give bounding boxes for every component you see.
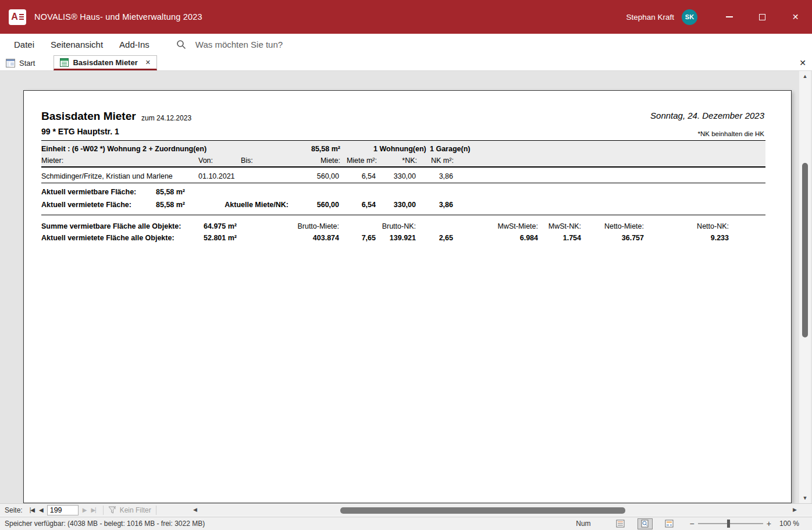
separator-line bbox=[41, 215, 765, 215]
ribbon-menubar: Datei Seitenansicht Add-Ins Was möchten … bbox=[0, 34, 812, 55]
tab-start-label: Start bbox=[19, 59, 35, 67]
col-nk-m2: NK m²: bbox=[431, 156, 454, 165]
aktuelle-miete: 560,00 bbox=[317, 201, 339, 209]
page-label: Seite: bbox=[5, 506, 23, 514]
vermietet-label: Aktuell vermietete Fläche: bbox=[41, 201, 131, 209]
search-icon bbox=[176, 40, 186, 49]
status-bar: Speicher verfügbar: (4038 MB - belegt: 1… bbox=[0, 517, 812, 530]
separator bbox=[156, 506, 156, 515]
tenant-miete: 560,00 bbox=[317, 172, 339, 180]
close-button[interactable]: ✕ bbox=[779, 0, 812, 34]
page-number-input[interactable] bbox=[47, 505, 79, 515]
property-heading: 99 * ETG Hauptstr. 1 bbox=[41, 127, 119, 136]
aktuelle-nk: 330,00 bbox=[394, 201, 416, 209]
col-miete-m2: Miete m²: bbox=[347, 156, 377, 165]
report-asof-date: zum 24.12.2023 bbox=[141, 114, 191, 122]
zoom-in-button[interactable]: + bbox=[767, 519, 771, 528]
summe-vermietet-value: 52.801 m² bbox=[204, 234, 237, 242]
brutto-miete-value: 403.874 bbox=[313, 234, 339, 242]
no-filter-button[interactable]: Kein Filter bbox=[108, 506, 151, 514]
statusbar-right: Num bbox=[576, 517, 812, 530]
col-von: Von: bbox=[198, 156, 213, 165]
separator bbox=[103, 506, 104, 515]
netto-miete-value: 36.757 bbox=[622, 234, 644, 242]
last-page-button[interactable]: ▶| bbox=[91, 507, 95, 513]
maximize-icon bbox=[759, 14, 765, 20]
menu-seitenansicht[interactable]: Seitenansicht bbox=[51, 40, 103, 49]
scroll-down-icon[interactable]: ▼ bbox=[799, 495, 811, 501]
report-print-date: Sonntag, 24. Dezember 2023 bbox=[650, 111, 764, 120]
report-page[interactable]: Basisdaten Mieter zum 24.12.2023 Sonntag… bbox=[23, 90, 792, 503]
netto-nk-value: 9.233 bbox=[711, 234, 729, 242]
app-window: A NOVALIS® Haus- und Mietverwaltung 2023… bbox=[0, 0, 812, 530]
app-icon-datasheet bbox=[19, 14, 24, 20]
print-preview-icon bbox=[640, 520, 649, 528]
tab-start[interactable]: Start bbox=[0, 55, 42, 70]
maximize-button[interactable] bbox=[746, 0, 779, 34]
close-preview-icon[interactable]: ✕ bbox=[799, 58, 806, 67]
vermietet-value: 85,58 m² bbox=[156, 201, 185, 209]
menu-datei[interactable]: Datei bbox=[14, 40, 34, 49]
layout-view-icon bbox=[665, 520, 674, 528]
vertical-scrollbar-thumb[interactable] bbox=[802, 163, 808, 337]
menu-addins[interactable]: Add-Ins bbox=[119, 40, 149, 49]
titlebar: A NOVALIS® Haus- und Mietverwaltung 2023… bbox=[0, 0, 812, 34]
separator-line bbox=[41, 183, 765, 183]
tenant-miete-m2: 6,54 bbox=[362, 172, 376, 180]
vermietbar-label: Aktuell vermietbare Fläche: bbox=[41, 188, 136, 196]
unit-garagen: 1 Garage(n) bbox=[430, 145, 470, 153]
brutto-nk-m2-value: 2,65 bbox=[439, 234, 453, 242]
aktuelle-miete-label: Aktuelle Miete/NK: bbox=[225, 201, 289, 209]
scroll-left-icon[interactable]: ◀ bbox=[193, 507, 197, 513]
brutto-miete-label: Brutto-Miete: bbox=[297, 222, 339, 230]
summe-vermietbar-label: Summe vermietbare Fläche alle Objekte: bbox=[41, 222, 181, 230]
tell-me-search[interactable]: Was möchten Sie tun? bbox=[176, 40, 283, 49]
form-icon bbox=[6, 59, 15, 67]
unit-label: Einheit : (6 -W02 *) Wohnung 2 + Zuordnu… bbox=[41, 145, 206, 153]
aktuelle-nk-m2: 3,86 bbox=[439, 201, 453, 209]
aktuelle-miete-m2: 6,54 bbox=[362, 201, 376, 209]
layout-view-button[interactable] bbox=[662, 518, 677, 529]
access-app-icon: A bbox=[9, 9, 26, 25]
zoom-slider[interactable] bbox=[698, 523, 763, 524]
mwst-nk-label: MwSt-NK: bbox=[549, 222, 581, 230]
tab-basisdaten-mieter[interactable]: Basisdaten Mieter ✕ bbox=[54, 55, 156, 70]
zoom-percentage[interactable]: 100 % bbox=[779, 520, 799, 528]
brutto-miete-m2-value: 7,65 bbox=[362, 234, 376, 242]
vertical-scrollbar[interactable]: ▲ ▼ bbox=[799, 71, 811, 503]
unit-header-band: Einheit : (6 -W02 *) Wohnung 2 + Zuordnu… bbox=[41, 140, 765, 168]
col-bis: Bis: bbox=[241, 156, 253, 165]
totals-value-row: Aktuell vermietete Fläche alle Objekte: … bbox=[24, 234, 791, 244]
first-page-button[interactable]: |◀ bbox=[30, 507, 34, 513]
search-placeholder: Was möchten Sie tun? bbox=[195, 40, 283, 49]
minimize-button[interactable] bbox=[713, 0, 746, 34]
mwst-miete-value: 6.984 bbox=[520, 234, 538, 242]
unit-area: 85,58 m² bbox=[311, 145, 340, 153]
tab-close-icon[interactable]: ✕ bbox=[145, 59, 151, 66]
filter-icon bbox=[108, 506, 116, 514]
horizontal-scrollbar-thumb[interactable] bbox=[340, 507, 625, 514]
zoom-slider-thumb[interactable] bbox=[727, 520, 730, 528]
col-miete: Miete: bbox=[320, 156, 340, 165]
titlebar-right: Stephan Kraft SK ✕ bbox=[626, 0, 812, 34]
object-tabbar: Start Basisdaten Mieter ✕ ✕ bbox=[0, 55, 812, 71]
preview-area: Basisdaten Mieter zum 24.12.2023 Sonntag… bbox=[0, 71, 812, 503]
report-icon bbox=[60, 58, 69, 67]
unit-wohnungen: 1 Wohnung(en) bbox=[373, 145, 426, 153]
netto-miete-label: Netto-Miete: bbox=[604, 222, 644, 230]
zoom-out-button[interactable]: − bbox=[690, 519, 695, 528]
report-view-button[interactable] bbox=[613, 518, 628, 529]
report-view-icon bbox=[616, 520, 625, 528]
num-lock-indicator: Num bbox=[576, 520, 590, 528]
user-name[interactable]: Stephan Kraft bbox=[626, 13, 674, 22]
tab-active-label: Basisdaten Mieter bbox=[73, 58, 137, 67]
horizontal-scrollbar[interactable]: ◀ ▶ bbox=[192, 505, 797, 515]
user-avatar[interactable]: SK bbox=[682, 9, 697, 25]
col-nk: *NK: bbox=[402, 156, 417, 165]
prev-page-button[interactable]: ◀ bbox=[39, 507, 43, 513]
brutto-nk-value: 139.921 bbox=[390, 234, 416, 242]
scroll-up-icon[interactable]: ▲ bbox=[799, 73, 811, 79]
scroll-right-icon[interactable]: ▶ bbox=[793, 507, 797, 513]
next-page-button[interactable]: ▶ bbox=[83, 507, 87, 513]
print-preview-button[interactable] bbox=[638, 518, 653, 529]
